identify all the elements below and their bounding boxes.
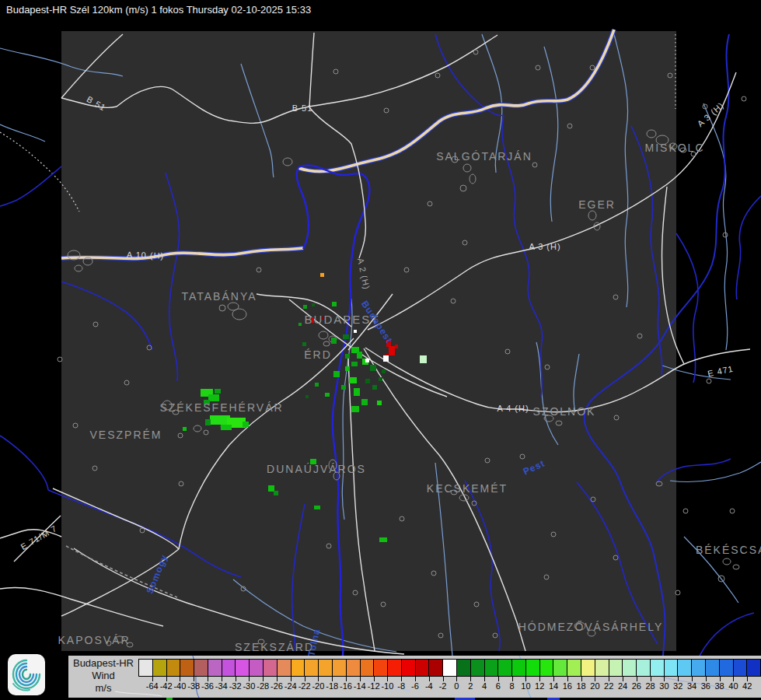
legend-tick-label: 32 [673,681,682,691]
legend-color-row [138,659,761,677]
legend-tick-label: -40 [173,681,186,691]
legend-color-box [553,660,567,676]
legend-product-line-1: Budapest-HR [68,657,138,670]
legend-color-box [525,660,539,676]
legend-color-box [180,660,194,676]
legend-tick-label: -22 [298,681,311,691]
legend-color-box [304,660,318,676]
radar-map-svg [0,0,761,656]
legend-color-box [263,660,277,676]
radar-app-window: TATABÁNYABUDAPESTÉRDSZÉKESFEHÉRVÁRVESZPR… [0,0,761,700]
app-logo [8,654,45,695]
legend-tick-label: 8 [510,681,515,691]
legend-tick-label: 38 [714,681,724,691]
legend-color-box [387,660,401,676]
legend-color-box [705,660,719,676]
legend-color-box [636,660,650,676]
legend-color-box [291,660,305,676]
legend-color-box [595,660,609,676]
legend-color-box [373,660,387,676]
legend-tick-label: 0 [454,681,459,691]
legend-tick-label: 24 [618,681,627,691]
legend-color-box [235,660,249,676]
legend-color-box [497,660,511,676]
legend-tick-label: 26 [632,681,641,691]
legend-color-box [222,660,236,676]
settlement-outline [707,379,711,383]
legend-product-label: Budapest-HR Wind m/s [68,657,138,695]
legend-tick-label: -20 [312,681,324,691]
legend-tick-label: -18 [326,681,338,691]
legend-color-box [539,660,553,676]
legend-tick-label: 36 [701,681,710,691]
legend-tick-label: -10 [381,681,393,691]
legend-color-box [567,660,581,676]
legend-tick-label: 6 [496,681,501,691]
legend-tick-label: 12 [535,681,544,691]
legend-tick-label: -36 [201,681,214,691]
product-title: Budapest-HR Szél 120km (m/s) 1 fokos Thu… [6,4,311,16]
legend-color-box [194,660,208,676]
legend-color-box [442,660,456,676]
legend-tick-label: 16 [563,681,572,691]
settlement-outline [742,96,746,101]
legend-tick-label: 2 [468,681,473,691]
legend-tick-label: 34 [687,681,696,691]
legend-color-box [470,660,484,676]
legend-color-box [691,660,705,676]
legend-tick-label: 40 [728,681,738,691]
legend-color-box [428,660,442,676]
legend-tick-label: -24 [285,681,297,691]
legend-tick-label: 42 [742,681,752,691]
legend-color-box [318,660,332,676]
settlement-outline [683,509,688,513]
legend-tick-label: -2 [439,681,447,691]
legend-tick-label: -4 [425,681,433,691]
legend-tick-label: -16 [340,681,352,691]
legend-tick-label: -8 [397,681,405,691]
legend-product-line-3: m/s [68,682,138,695]
legend-tick-label: 28 [645,681,655,691]
legend-color-box [139,660,152,676]
settlement-outline [723,233,728,237]
legend-tick-label: -26 [271,681,283,691]
legend-color-box [360,660,374,676]
legend-color-box [166,660,180,676]
legend-tick-label: -14 [354,681,366,691]
legend-color-box [622,660,636,676]
legend-color-box [346,660,360,676]
legend-color-box [746,660,760,676]
legend-color-box [277,660,291,676]
legend-color-box [664,660,678,676]
settlement-outline [730,509,735,513]
legend-color-box [249,660,263,676]
legend-tick-label: 30 [659,681,668,691]
legend-tick-label: -64 [146,681,159,691]
legend-color-box [719,660,733,676]
legend-color-box [332,660,346,676]
legend-color-box [733,660,747,676]
settlement-outline [723,558,731,565]
legend-color-box [208,660,222,676]
legend-color-box [609,660,623,676]
legend-tick-label: 18 [576,681,585,691]
settlement-outline [680,148,686,152]
legend-color-box [581,660,595,676]
legend-strip: Budapest-HR Wind m/s -64-42-40-38-36-34-… [68,656,761,698]
legend-tick-label: -38 [187,681,200,691]
legend-product-line-2: Wind [68,670,138,682]
legend-color-box [511,660,525,676]
legend-tick-label: 22 [604,681,613,691]
legend-tick-label: -30 [243,681,255,691]
radar-domain-square [61,31,676,651]
legend-color-box [484,660,498,676]
legend-tick-label: -32 [229,681,242,691]
legend-color-box [677,660,691,676]
legend-color-box [650,660,664,676]
legend-tick-label: -12 [368,681,380,691]
legend-tick-label: 14 [549,681,558,691]
settlement-outline [691,152,696,156]
legend-tick-label: -34 [215,681,228,691]
legend-tick-label: -28 [257,681,269,691]
legend-color-box [401,660,415,676]
